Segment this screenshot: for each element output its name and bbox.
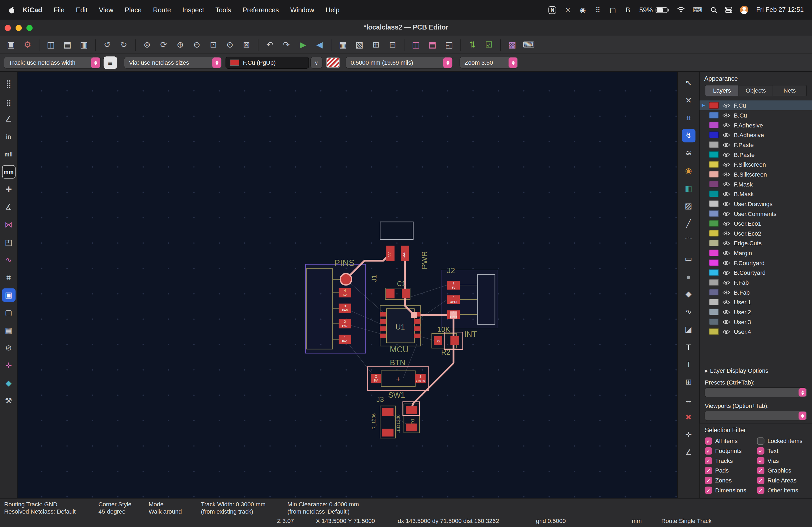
layer-row-user-3[interactable]: ▶User.3 [699,317,812,327]
grid-overrides-button[interactable]: ⣶ [2,95,15,108]
layer-visibility-eye-icon[interactable] [722,201,730,206]
layer-visibility-eye-icon[interactable] [722,103,730,108]
circle-tool-button[interactable]: ● [682,270,695,283]
layer-row-user-4[interactable]: ▶User.4 [699,327,812,336]
layer-row-b-courtyard[interactable]: ▶B.Courtyard [699,268,812,277]
search-icon[interactable] [710,6,717,13]
layer-color-swatch[interactable] [709,299,719,305]
text-tool-button[interactable]: T [682,340,695,353]
grid-size-dropdown[interactable]: 0.5000 mm (19.69 mils) [346,57,452,68]
grid-origin-tool-button[interactable]: ✛ [682,428,695,442]
menu-help[interactable]: Help [320,6,345,14]
apple-menu[interactable] [8,6,15,14]
pcb-label[interactable]: SW1 [388,391,405,399]
group-button[interactable]: ▦ [335,38,351,51]
stepper-icon[interactable] [91,57,100,68]
layer-visibility-eye-icon[interactable] [722,250,730,255]
layers-manager-toggle-button[interactable]: ◆ [2,376,15,390]
assistant-icon[interactable]: ✳ [564,6,571,14]
pcb-track-junction[interactable] [411,312,417,318]
zoom-selection-button[interactable]: ⊠ [239,38,254,51]
bluetooth-icon[interactable]: Ƀ [624,6,632,14]
layer-row-f-courtyard[interactable]: ▶F.Courtyard [699,258,812,268]
menu-edit[interactable]: Edit [70,6,93,14]
layer-row-b-cu[interactable]: ▶B.Cu [699,110,812,120]
filter-item-zones[interactable]: ✓Zones [705,477,757,484]
pcb-pad[interactable] [380,312,386,316]
filter-checkbox-text[interactable]: ✓ [757,447,764,454]
menu-place[interactable]: Place [119,6,147,14]
highlight-net-tool-button[interactable]: ✕ [682,94,695,107]
layer-color-swatch[interactable] [709,200,719,207]
presets-dropdown[interactable] [705,388,807,397]
3d-viewer-button[interactable]: ◱ [441,38,457,51]
filter-item-pads[interactable]: ✓Pads [705,467,757,474]
layer-row-b-paste[interactable]: ▶B.Paste [699,150,812,160]
polar-coordinates-button[interactable]: ∠ [2,112,15,126]
layer-visibility-eye-icon[interactable] [722,113,730,118]
filter-checkbox-graphics[interactable]: ✓ [757,467,764,474]
layer-row-b-fab[interactable]: ▶B.Fab [699,287,812,297]
grid-visibility-button[interactable]: ⣿ [2,77,15,90]
filter-item-other-items[interactable]: ✓Other items [757,487,807,494]
pads-outline-mode-button[interactable]: ◰ [2,236,15,249]
board-setup-button[interactable]: ⚙ [19,38,35,51]
measure-tool-button[interactable]: ∠ [682,446,695,459]
pcb-label[interactable]: R_1206 [371,413,376,430]
print-button[interactable]: ▤ [60,38,75,51]
rule-area-tool-button[interactable]: ▨ [682,199,695,213]
filter-item-text[interactable]: ✓Text [757,447,807,454]
filter-checkbox-vias[interactable]: ✓ [757,457,764,465]
net-highlight-button[interactable]: ⌗ [2,271,15,284]
layer-visibility-eye-icon[interactable] [722,132,730,137]
pcb-pad[interactable] [450,336,459,345]
unlock-button[interactable]: ⊟ [385,38,400,51]
vias-outline-mode-button[interactable]: ⊘ [2,341,15,355]
pcb-pad[interactable] [414,333,420,338]
page-settings-button[interactable]: ◫ [43,38,59,51]
pcb-label[interactable]: J3 [376,395,384,404]
layer-row-f-cu[interactable]: ▶F.Cu [699,100,812,110]
route-tracks-tool-button[interactable]: ↯ [682,129,695,142]
stepper-icon[interactable] [213,57,221,68]
filter-item-rule-areas[interactable]: ✓Rule Areas [757,477,807,484]
free-angle-mode-button[interactable]: ∡ [2,200,15,214]
filter-item-dimensions[interactable]: ✓Dimensions [705,487,757,494]
mirror-button[interactable]: ◀ [312,38,327,51]
filter-item-locked-items[interactable]: Locked items [757,437,807,445]
update-pcb-button[interactable]: ⇅ [465,38,480,51]
layer-visibility-eye-icon[interactable] [722,181,730,186]
layer-row-user-drawings[interactable]: ▶User.Drawings [699,199,812,209]
layer-row-b-silkscreen[interactable]: ▶B.Silkscreen [699,169,812,179]
menu-window[interactable]: Window [285,6,320,14]
pcb-pad[interactable] [387,289,395,298]
undo-button[interactable]: ↺ [99,38,115,51]
pcb-round-pad-routing[interactable] [340,274,351,285]
layer-row-b-adhesive[interactable]: ▶B.Adhesive [699,130,812,140]
menu-tools[interactable]: Tools [210,6,237,14]
rotate-ccw-button[interactable]: ↶ [262,38,278,51]
pcb-label[interactable]: LED1206 [395,414,401,434]
menu-inspect[interactable]: Inspect [177,6,210,14]
rotate-cw-button[interactable]: ↷ [279,38,294,51]
pcb-pad[interactable] [380,333,386,338]
pcb-pad[interactable] [414,319,420,323]
layer-row-user-comments[interactable]: ▶User.Comments [699,209,812,219]
filter-checkbox-locked-items[interactable] [757,437,764,445]
filter-checkbox-tracks[interactable]: ✓ [705,457,712,465]
menu-view[interactable]: View [93,6,119,14]
notion-icon[interactable]: N [549,6,556,14]
tab-objects[interactable]: Objects [739,85,773,96]
layer-row-edge-cuts[interactable]: ▶Edge.Cuts [699,238,812,248]
layer-color-swatch[interactable] [709,259,719,266]
layer-color-swatch[interactable] [709,240,719,246]
account-icon[interactable] [740,6,748,14]
show-ratsnest-button[interactable]: ⋈ [2,218,15,231]
drc-button[interactable]: ☑ [481,38,497,51]
pcb-pad[interactable] [380,319,386,323]
layer-color-swatch[interactable] [709,279,719,286]
layer-selector-dropdown-button[interactable]: ∨ [311,57,322,68]
pcb-pad[interactable] [380,326,386,331]
layer-color-swatch[interactable] [709,122,719,128]
zoom-fit-button[interactable]: ⊡ [206,38,221,51]
